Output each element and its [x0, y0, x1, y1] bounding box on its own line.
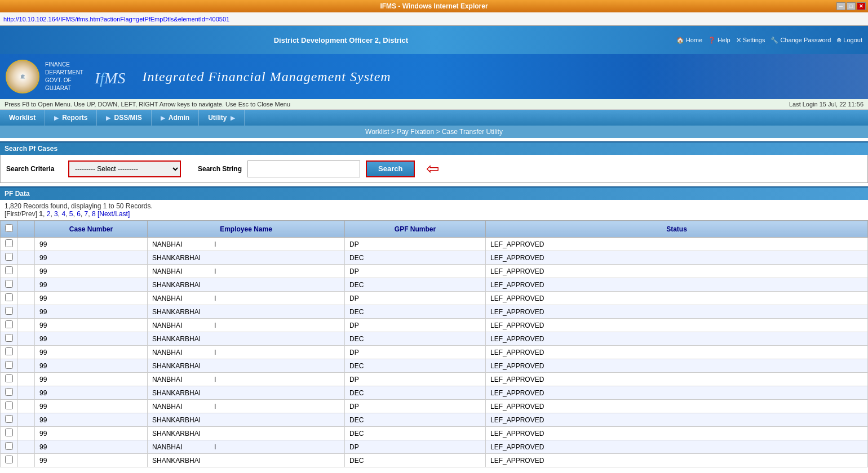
search-button[interactable]: Search [366, 160, 415, 177]
row-checkbox[interactable] [5, 293, 13, 301]
row-checkbox[interactable] [5, 266, 13, 274]
page-7-link[interactable]: 7 [85, 210, 88, 218]
table-row: 99 NANBHAI I DP LEF_APPROVED [1, 319, 868, 332]
close-button[interactable]: ✕ [857, 2, 866, 10]
page-5-link[interactable]: 5 [69, 210, 73, 218]
ifms-logo-text: IfMS [95, 65, 125, 88]
row-checkbox-cell[interactable] [1, 278, 18, 292]
row-checkbox-cell[interactable] [1, 454, 18, 467]
nav-dss-mis[interactable]: ▶ DSS/MIS [97, 110, 151, 126]
row-checkbox-cell[interactable] [1, 332, 18, 346]
reports-arrow-icon: ▶ [54, 115, 59, 121]
nav-admin[interactable]: ▶ Admin [152, 110, 199, 126]
gpf-number-cell: DP [345, 346, 486, 359]
row-checkbox[interactable] [5, 347, 13, 355]
search-criteria-select[interactable]: --------- Select --------- [68, 160, 181, 177]
gpf-number-cell: DEC [345, 305, 486, 319]
row-checkbox-cell[interactable] [1, 373, 18, 386]
gpf-number-cell: DEC [345, 278, 486, 292]
row-checkbox[interactable] [5, 442, 13, 450]
row-checkbox-cell[interactable] [1, 292, 18, 305]
status-cell: LEF_APPROVED [486, 346, 868, 359]
row-checkbox-cell[interactable] [1, 386, 18, 400]
employee-name-cell: SHANKARBHAI [148, 359, 345, 373]
row-index-cell [18, 238, 35, 251]
logo-section: 🏛️ FINANCE DEPARTMENT GOVT. OF GUJARAT I… [6, 60, 131, 93]
case-number-header[interactable]: Case Number [35, 221, 148, 238]
window-controls[interactable]: ─ □ ✕ [836, 2, 866, 10]
nav-utility[interactable]: Utility ▶ [199, 110, 244, 126]
restore-button[interactable]: □ [847, 2, 856, 10]
row-checkbox[interactable] [5, 320, 13, 328]
case-number-cell: 99 [35, 413, 148, 427]
status-sort-link[interactable]: Status [666, 225, 687, 233]
page-3-link[interactable]: 3 [54, 210, 58, 218]
page-6-link[interactable]: 6 [77, 210, 81, 218]
page-2-link[interactable]: 2 [47, 210, 51, 218]
nav-hint-bar: Press F8 to Open Menu. Use UP, DOWN, LEF… [0, 99, 868, 110]
row-index-cell [18, 292, 35, 305]
row-checkbox[interactable] [5, 253, 13, 261]
row-checkbox[interactable] [5, 415, 13, 423]
row-index-cell [18, 359, 35, 373]
row-checkbox[interactable] [5, 239, 13, 247]
employee-name-cell: SHANKARBHAI [148, 427, 345, 440]
row-checkbox-cell[interactable] [1, 440, 18, 454]
minimize-button[interactable]: ─ [836, 2, 845, 10]
page-8-link[interactable]: 8 [92, 210, 96, 218]
next-last-link[interactable]: [Next/Last] [98, 210, 130, 218]
table-header-row: Case Number Employee Name GPF Number Sta… [1, 221, 868, 238]
row-checkbox[interactable] [5, 334, 13, 342]
case-number-cell: 99 [35, 454, 148, 467]
row-index-cell [18, 346, 35, 359]
row-checkbox[interactable] [5, 361, 13, 369]
row-index-cell [18, 265, 35, 278]
gpf-number-sort-link[interactable]: GPF Number [395, 225, 436, 233]
row-checkbox[interactable] [5, 374, 13, 382]
row-checkbox-cell[interactable] [1, 413, 18, 427]
row-checkbox-cell[interactable] [1, 238, 18, 251]
row-checkbox[interactable] [5, 456, 13, 463]
case-number-sort-link[interactable]: Case Number [69, 225, 113, 233]
row-checkbox-cell[interactable] [1, 305, 18, 319]
employee-name-header[interactable]: Employee Name [148, 221, 345, 238]
row-checkbox-cell[interactable] [1, 319, 18, 332]
row-checkbox-cell[interactable] [1, 359, 18, 373]
nav-worklist[interactable]: Worklist [0, 110, 45, 126]
table-row: 99 SHANKARBHAI DEC LEF_APPROVED [1, 332, 868, 346]
row-checkbox[interactable] [5, 388, 13, 396]
row-checkbox[interactable] [5, 429, 13, 436]
row-checkbox[interactable] [5, 280, 13, 288]
gpf-number-cell: DEC [345, 386, 486, 400]
settings-link[interactable]: ✕ Settings [736, 37, 765, 44]
row-checkbox-cell[interactable] [1, 400, 18, 413]
status-cell: LEF_APPROVED [486, 305, 868, 319]
employee-name-cell: SHANKARBHAI [148, 413, 345, 427]
help-link[interactable]: ❓ Help [708, 37, 730, 44]
checkbox-header[interactable] [1, 221, 18, 238]
case-number-cell: 99 [35, 305, 148, 319]
row-checkbox-cell[interactable] [1, 427, 18, 440]
nav-reports[interactable]: ▶ Reports [45, 110, 97, 126]
gpf-number-header[interactable]: GPF Number [345, 221, 486, 238]
row-checkbox-cell[interactable] [1, 265, 18, 278]
table-row: 99 SHANKARBHAI DEC LEF_APPROVED [1, 427, 868, 440]
gpf-number-cell: DP [345, 292, 486, 305]
employee-name-sort-link[interactable]: Employee Name [220, 225, 272, 233]
table-row: 99 SHANKARBHAI DEC LEF_APPROVED [1, 305, 868, 319]
admin-arrow-icon: ▶ [161, 115, 165, 121]
case-number-cell: 99 [35, 292, 148, 305]
row-checkbox[interactable] [5, 401, 13, 409]
status-header[interactable]: Status [486, 221, 868, 238]
logout-link[interactable]: ⊗ Logout [836, 37, 862, 44]
page-4-link[interactable]: 4 [61, 210, 65, 218]
address-text[interactable]: http://10.10.102.164/IFMS/ifms.htm?actio… [3, 16, 229, 23]
window-title: IFMS - Windows Internet Explorer [380, 2, 488, 10]
change-password-link[interactable]: 🔧 Change Password [770, 37, 831, 44]
search-string-input[interactable] [247, 160, 360, 177]
home-link[interactable]: 🏠 Home [676, 37, 702, 44]
row-checkbox[interactable] [5, 307, 13, 315]
row-checkbox-cell[interactable] [1, 251, 18, 265]
select-all-checkbox[interactable] [5, 224, 13, 232]
row-checkbox-cell[interactable] [1, 346, 18, 359]
